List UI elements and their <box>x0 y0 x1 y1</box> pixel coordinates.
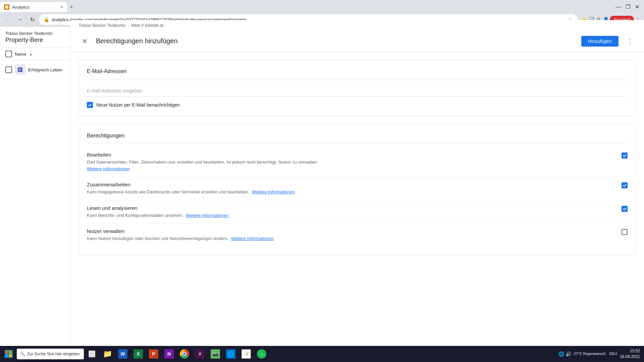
notify-label: Neue Nutzer per E-Mail benachrichtigen <box>96 102 180 108</box>
section-title: Property-Bere <box>5 37 65 44</box>
permission-item-nutzer: Nutzer verwalten Kann Nutzer hinzufügen … <box>87 224 628 247</box>
taskbar-app-taskview[interactable]: ⬜ <box>85 347 99 361</box>
volume-icon[interactable]: 🔊 <box>566 351 571 357</box>
svg-rect-3 <box>9 354 12 357</box>
svg-rect-2 <box>5 354 8 357</box>
taskbar-app-slack[interactable]: # <box>193 347 207 361</box>
taskbar-app-app8[interactable]: 🌐 <box>223 347 238 361</box>
language-display: DEU <box>609 351 617 356</box>
taskbar-app-onenote[interactable]: N <box>162 347 176 361</box>
tab-close-button[interactable]: × <box>60 4 63 10</box>
perm-checkbox-bearbeiten[interactable] <box>622 153 628 159</box>
lock-icon: 🔒 <box>43 16 50 23</box>
taskbar-app-explorer[interactable]: 📁 <box>100 347 115 361</box>
close-window-button[interactable]: ✕ <box>633 2 641 12</box>
search-placeholder: Zur Suche Text hier eingeben <box>27 352 80 356</box>
permissions-section-card: Berechtigungen Bearbeiten Darf Datenansi… <box>78 124 636 255</box>
perm-content-lesen: Lesen und analysieren Kann Berichts- und… <box>87 205 613 219</box>
row-label: Erfolgreich Leben <box>28 67 62 72</box>
perm-checkbox-zusammenarbeiten[interactable] <box>622 182 628 188</box>
window-controls: — ❐ ✕ <box>613 2 644 12</box>
svg-rect-1 <box>9 351 12 354</box>
perm-checkbox-lesen[interactable] <box>622 206 628 212</box>
maximize-button[interactable]: ❐ <box>624 2 632 12</box>
taskbar-app-greenshot[interactable]: 📷 <box>208 347 223 361</box>
tab-favicon <box>4 4 9 10</box>
left-panel: Tobias Becker Testkonto Property-Bere Na… <box>0 27 70 362</box>
forward-button[interactable]: → <box>15 14 25 25</box>
perm-checkbox-nutzer[interactable] <box>622 229 628 235</box>
notify-checkbox-row: Neue Nutzer per E-Mail benachrichtigen <box>87 102 628 108</box>
taskbar-app-powerpoint[interactable]: P <box>146 347 161 361</box>
reload-button[interactable]: ↻ <box>27 14 38 25</box>
taskbar-app-spotify[interactable]: ♫ <box>254 347 269 361</box>
perm-title-nutzer: Nutzer verwalten <box>87 228 613 234</box>
time-text: 15:52 <box>620 348 640 354</box>
taskbar-app-notepad[interactable]: 📝 <box>239 347 254 361</box>
perm-link-lesen[interactable]: Weitere Informationen <box>186 213 229 218</box>
perm-content-bearbeiten: Bearbeiten Darf Datenansichten, Filter, … <box>87 152 613 172</box>
permission-item-bearbeiten: Bearbeiten Darf Datenansichten, Filter, … <box>87 147 628 177</box>
perm-content-zusammenarbeiten: Zusammenarbeiten Kann freigegebene Asset… <box>87 182 613 195</box>
taskbar-app-chrome[interactable] <box>177 347 192 361</box>
left-panel-header: Tobias Becker Testkonto Property-Bere <box>0 27 70 48</box>
tab-bar: Analytics × + — ❐ ✕ <box>0 0 644 12</box>
notify-checkbox[interactable] <box>87 102 93 108</box>
permissions-divider <box>87 143 628 143</box>
minimize-button[interactable]: — <box>613 2 623 12</box>
email-section-card: E-Mail-Adressen Neue Nutzer per E-Mail b… <box>78 60 636 116</box>
permissions-dialog: Tobias Becker Testkonto › Web // tobital… <box>70 20 644 362</box>
permissions-section-title: Berechtigungen <box>87 133 628 139</box>
taskbar-app-excel[interactable]: X <box>131 347 146 361</box>
row-icon <box>15 64 25 75</box>
perm-desc-zusammenarbeiten: Kann freigegebene Assets wie Dashboards … <box>87 189 613 195</box>
dialog-more-button[interactable]: ⋮ <box>624 35 636 47</box>
email-input[interactable] <box>87 85 628 97</box>
tray-icons: 🌐 🔊 <box>558 351 571 357</box>
table-row[interactable]: Erfolgreich Leben <box>0 60 70 79</box>
weather-display: 27°C Regenwarsch. <box>574 351 607 356</box>
perm-title-lesen: Lesen und analysieren <box>87 205 613 211</box>
active-tab[interactable]: Analytics × <box>0 2 67 12</box>
permission-item-lesen: Lesen und analysieren Kann Berichts- und… <box>87 200 628 224</box>
permission-item-zusammenarbeiten: Zusammenarbeiten Kann freigegebene Asset… <box>87 177 628 200</box>
perm-link-zusammenarbeiten[interactable]: Weitere Informationen <box>252 189 295 194</box>
perm-link-nutzer[interactable]: Weitere Informationen <box>231 236 274 241</box>
back-button[interactable]: ← <box>3 14 13 25</box>
breadcrumb-item-1: Tobias Becker Testkonto <box>78 23 126 28</box>
perm-title-bearbeiten: Bearbeiten <box>87 152 613 158</box>
add-permissions-button[interactable]: Hinzufügen <box>581 36 619 47</box>
start-button[interactable] <box>1 347 16 361</box>
select-all-checkbox[interactable] <box>5 51 12 57</box>
account-label: Tobias Becker Testkonto <box>5 31 65 36</box>
name-column-header: Name <box>15 52 26 57</box>
taskbar-search[interactable]: 🔍 Zur Suche Text hier eingeben <box>17 349 84 359</box>
new-tab-button[interactable]: + <box>67 2 76 12</box>
windows-icon <box>5 350 13 358</box>
dialog-title: Berechtigungen hinzufügen <box>96 37 576 45</box>
perm-link-bearbeiten[interactable]: Weitere Informationen <box>87 166 130 171</box>
dialog-content: E-Mail-Adressen Neue Nutzer per E-Mail b… <box>70 52 644 362</box>
breadcrumb: Tobias Becker Testkonto › Web // tobital… <box>70 20 644 31</box>
dialog-close-button[interactable]: ✕ <box>78 35 91 47</box>
page-container: Tobias Becker Testkonto Property-Bere Na… <box>0 27 644 362</box>
datetime-display[interactable]: 15:52 16.09.2021 <box>620 348 640 360</box>
search-icon: 🔍 <box>20 352 25 356</box>
breadcrumb-item-2: Web // tobitalk.at <box>131 23 164 28</box>
perm-desc-bearbeiten: Darf Datenansichten, Filter, Zielvorhabe… <box>87 159 613 172</box>
dialog-header: ✕ Berechtigungen hinzufügen Hinzufügen ⋮ <box>70 31 644 52</box>
breadcrumb-sep-1: › <box>128 23 129 28</box>
table-header: Name ▲ <box>0 48 70 60</box>
row-checkbox[interactable] <box>5 66 12 73</box>
sort-icon[interactable]: ▲ <box>29 52 33 56</box>
taskbar-app-word[interactable]: W <box>115 347 130 361</box>
tab-title: Analytics <box>12 5 30 10</box>
svg-rect-0 <box>5 351 8 354</box>
perm-content-nutzer: Nutzer verwalten Kann Nutzer hinzufügen … <box>87 228 613 242</box>
weather-text: 27°C Regenwarsch. <box>574 352 607 356</box>
perm-desc-lesen: Kann Berichts- und Konfigurationsdaten a… <box>87 212 613 219</box>
taskbar: 🔍 Zur Suche Text hier eingeben ⬜ 📁 W X P… <box>0 346 644 362</box>
perm-title-zusammenarbeiten: Zusammenarbeiten <box>87 182 613 187</box>
system-tray: 🌐 🔊 27°C Regenwarsch. DEU 15:52 16.09.20… <box>558 348 643 360</box>
network-icon[interactable]: 🌐 <box>558 351 564 357</box>
